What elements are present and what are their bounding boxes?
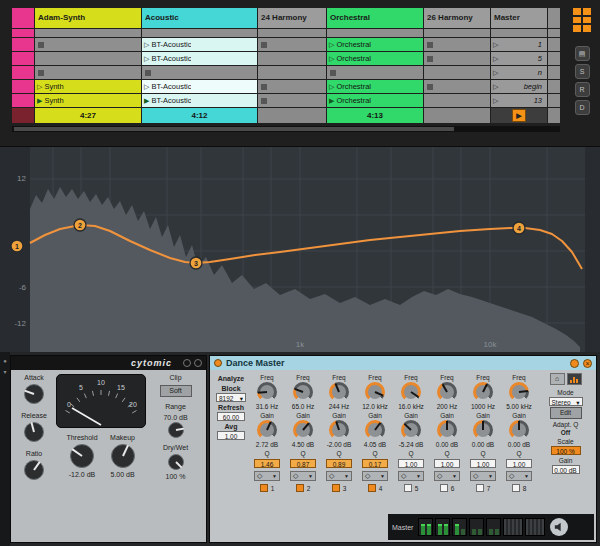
band-shape-select[interactable]: ◇▼ <box>362 471 388 481</box>
clip-slot[interactable] <box>35 38 141 51</box>
show-returns-button[interactable]: R <box>575 82 590 97</box>
clip-launch-button[interactable]: ▶ <box>37 94 42 107</box>
q-value-box[interactable]: 1.00 <box>434 459 460 468</box>
avg-value[interactable]: 1.00 <box>217 431 245 440</box>
clip-slot[interactable] <box>12 94 34 107</box>
q-value-box[interactable]: 1.00 <box>398 459 424 468</box>
analyze-button[interactable]: Analyze <box>218 375 244 382</box>
band-shape-select[interactable]: ◇▼ <box>398 471 424 481</box>
clip-synth[interactable]: ▶Synth <box>35 94 141 107</box>
clip-slot[interactable] <box>548 52 560 65</box>
clip-slot[interactable] <box>548 38 560 51</box>
band-enable[interactable]: 6 <box>440 484 455 492</box>
makeup-value[interactable]: 5.00 dB <box>110 471 134 478</box>
show-mixer-button[interactable]: D <box>575 100 590 115</box>
clip-launch-button[interactable]: ▷ <box>144 38 149 51</box>
clip-bt-acoustic[interactable]: ▷BT-Acoustic <box>142 80 257 93</box>
clip-slot[interactable] <box>142 66 257 79</box>
clip-slot[interactable] <box>327 66 423 79</box>
clip-slot[interactable] <box>548 80 560 93</box>
track-header-orchestral[interactable]: Orchestral <box>327 8 423 28</box>
block-select[interactable]: 8192▾ <box>216 393 246 402</box>
gain-value[interactable]: 2.72 dB <box>256 441 278 448</box>
freq-value[interactable]: 244 Hz <box>329 403 350 410</box>
gain-knob-band-6[interactable] <box>437 420 457 440</box>
track-header-adam-synth[interactable]: Adam-Synth <box>35 8 141 28</box>
freq-value[interactable]: 5.00 kHz <box>506 403 532 410</box>
band-enable-checkbox[interactable] <box>440 484 448 492</box>
gain-knob-band-4[interactable] <box>365 420 385 440</box>
clip-slot[interactable] <box>258 38 326 51</box>
q-value-box[interactable]: 0.87 <box>290 459 316 468</box>
band-shape-select[interactable]: ◇▼ <box>290 471 316 481</box>
track-header-pink[interactable] <box>12 8 34 28</box>
clip-slot[interactable] <box>424 38 490 51</box>
clip-stop-button[interactable] <box>38 70 44 76</box>
clip-stop-button[interactable] <box>261 42 267 48</box>
output-gain-value[interactable]: 0.00 dB <box>552 465 580 474</box>
clip-orchestral[interactable]: ▶Orchestral <box>327 94 423 107</box>
clip-launch-button[interactable]: ▷ <box>329 52 334 65</box>
clip-launch-button[interactable]: ▷ <box>144 80 149 93</box>
clip-stop-button[interactable] <box>330 70 336 76</box>
gain-knob-band-1[interactable] <box>257 420 277 440</box>
band-enable-checkbox[interactable] <box>368 484 376 492</box>
band-enable-checkbox[interactable] <box>404 484 412 492</box>
clip-bt-acoustic[interactable]: ▷BT-Acoustic <box>142 38 257 51</box>
band-enable[interactable]: 5 <box>404 484 419 492</box>
clip-slot[interactable] <box>12 80 34 93</box>
clip-stop-button[interactable] <box>427 42 433 48</box>
clip-slot[interactable] <box>12 38 34 51</box>
track-header-scene-strip[interactable] <box>548 8 560 28</box>
release-knob[interactable] <box>23 421 45 443</box>
q-value-box[interactable]: 1.00 <box>470 459 496 468</box>
band-enable[interactable]: 3 <box>332 484 347 492</box>
eq-titlebar[interactable]: Dance Master × <box>210 356 596 370</box>
device-chevron-icon[interactable]: ▾ <box>3 368 6 375</box>
freq-knob-band-3[interactable] <box>329 382 349 402</box>
freq-value[interactable]: 31.6 Hz <box>256 403 278 410</box>
band-enable-checkbox[interactable] <box>512 484 520 492</box>
clip-orchestral[interactable]: ▷Orchestral <box>327 38 423 51</box>
freq-value[interactable]: 65.0 Hz <box>292 403 314 410</box>
session-overview-icon[interactable] <box>573 8 591 32</box>
clip-slot[interactable] <box>424 52 490 65</box>
freq-knob-band-6[interactable] <box>437 382 457 402</box>
clip-stop-button[interactable] <box>261 84 267 90</box>
edit-button[interactable]: Edit <box>550 407 582 419</box>
band-shape-select[interactable]: ◇▼ <box>506 471 532 481</box>
eq-band-handle-3[interactable]: 3 <box>190 257 202 269</box>
speaker-icon[interactable] <box>550 518 568 536</box>
clip-orchestral[interactable]: ▷Orchestral <box>327 80 423 93</box>
band-enable[interactable]: 1 <box>260 484 275 492</box>
drywet-value[interactable]: 100 % <box>166 473 186 480</box>
master-play-button[interactable]: ▶ <box>512 109 526 122</box>
spectrum-view-icon[interactable] <box>567 373 582 385</box>
clip-stop-button[interactable] <box>38 42 44 48</box>
scene-launch-button[interactable]: ▷ <box>493 80 498 93</box>
band-shape-select[interactable]: ◇▼ <box>254 471 280 481</box>
clip-slot[interactable] <box>258 66 326 79</box>
ratio-knob[interactable] <box>23 459 45 481</box>
clip-launch-button[interactable]: ▶ <box>144 94 149 107</box>
clip-stop-button[interactable] <box>145 70 151 76</box>
band-enable-checkbox[interactable] <box>260 484 268 492</box>
freq-knob-band-2[interactable] <box>293 382 313 402</box>
scene-slot[interactable]: ▷5 <box>491 52 547 65</box>
eq-close-icon[interactable]: × <box>583 359 592 368</box>
q-value-box[interactable]: 1.46 <box>254 459 280 468</box>
clip-synth[interactable]: ▷Synth <box>35 80 141 93</box>
gain-value[interactable]: 4.05 dB <box>364 441 386 448</box>
band-enable-checkbox[interactable] <box>296 484 304 492</box>
device-dot-icon[interactable]: ● <box>3 358 7 364</box>
gain-value[interactable]: -2.00 dB <box>327 441 352 448</box>
freq-value[interactable]: 16.0 kHz <box>398 403 424 410</box>
gain-knob-band-5[interactable] <box>401 420 421 440</box>
clip-slot[interactable] <box>548 66 560 79</box>
scene-slot[interactable]: ▷begin <box>491 80 547 93</box>
clip-slot[interactable] <box>424 80 490 93</box>
clip-stop-button[interactable] <box>427 56 433 62</box>
session-scrollbar-handle[interactable] <box>14 127 454 131</box>
freq-knob-band-1[interactable] <box>257 382 277 402</box>
curve-view-icon[interactable]: ⌂ <box>550 373 565 385</box>
